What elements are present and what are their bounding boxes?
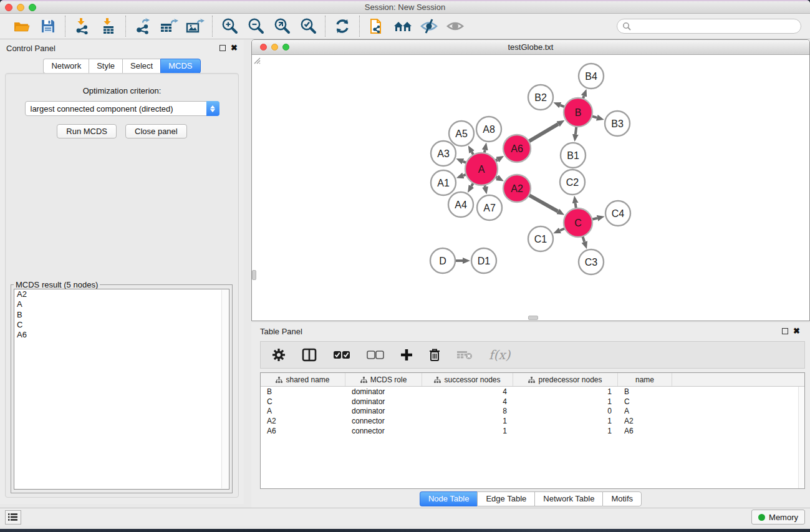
node-C1[interactable]: C1 (528, 226, 553, 251)
cell[interactable]: 8 (422, 407, 513, 415)
optimization-criterion-dropdown[interactable]: largest connected component (directed) (25, 101, 219, 116)
node-A2[interactable]: A2 (503, 175, 531, 202)
search-input[interactable] (631, 22, 796, 31)
export-network-button[interactable] (132, 16, 154, 36)
node-C2[interactable]: C2 (560, 170, 585, 195)
close-panel-button[interactable]: Close panel (125, 124, 187, 138)
zoom-fit-button[interactable] (271, 16, 293, 36)
delete-column-button[interactable] (429, 345, 440, 365)
table-row[interactable]: Cdominator41C (261, 397, 804, 407)
show-graphics-details-button[interactable] (444, 16, 466, 36)
node-A5[interactable]: A5 (449, 121, 474, 146)
node-B[interactable]: B (564, 98, 592, 127)
export-image-button[interactable] (184, 16, 206, 36)
close-table-panel-icon[interactable]: ✖ (793, 328, 800, 334)
cell[interactable]: A6 (261, 427, 345, 435)
close-panel-icon[interactable]: ✖ (231, 45, 238, 51)
result-item[interactable]: A (14, 299, 229, 309)
zoom-window-button[interactable] (29, 4, 36, 11)
cell[interactable]: B (618, 387, 672, 396)
cell[interactable]: A (261, 407, 345, 415)
result-item[interactable]: B (14, 310, 229, 320)
column-header-MCDS-role[interactable]: MCDS role (345, 373, 422, 386)
zoom-selected-button[interactable] (297, 16, 319, 36)
cell[interactable]: C (261, 397, 345, 406)
zoom-out-button[interactable] (244, 16, 267, 36)
node-A3[interactable]: A3 (431, 141, 456, 166)
delete-table-button[interactable] (456, 345, 473, 365)
table-row[interactable]: A6connector11A6 (261, 426, 804, 436)
cell[interactable]: dominator (345, 387, 422, 396)
float-panel-icon[interactable] (219, 45, 226, 51)
function-builder-button[interactable]: f(x) (489, 345, 510, 365)
run-mcds-button[interactable]: Run MCDS (57, 124, 117, 138)
create-column-button[interactable] (400, 345, 413, 365)
zoom-in-button[interactable] (218, 16, 241, 36)
tab-network[interactable]: Network (43, 59, 89, 74)
hide-graphics-details-button[interactable] (418, 16, 440, 36)
cell[interactable]: 4 (422, 387, 513, 396)
network-canvas[interactable]: AA1A2A3A4A5A6A7A8BB1B2B3B4CC1C2C3C4DD1 (252, 56, 809, 321)
node-A[interactable]: A (465, 153, 498, 185)
node-C4[interactable]: C4 (605, 201, 630, 226)
table-settings-button[interactable] (272, 345, 286, 365)
tab-mcds[interactable]: MCDS (160, 59, 200, 74)
node-A8[interactable]: A8 (476, 117, 501, 142)
open-file-button[interactable] (11, 16, 33, 36)
apply-layout-button[interactable] (331, 16, 354, 36)
cell[interactable]: 0 (513, 407, 618, 415)
result-item[interactable]: A6 (14, 330, 229, 340)
cell[interactable]: dominator (345, 397, 422, 406)
tab-node-table[interactable]: Node Table (420, 491, 478, 506)
close-window-button[interactable] (5, 4, 12, 11)
node-B3[interactable]: B3 (605, 111, 630, 136)
node-A7[interactable]: A7 (477, 195, 502, 220)
resize-grip-icon[interactable] (252, 56, 261, 64)
network-graph[interactable]: AA1A2A3A4A5A6A7A8BB1B2B3B4CC1C2C3C4DD1 (252, 56, 809, 321)
tab-motifs[interactable]: Motifs (602, 491, 642, 506)
minimize-window-button[interactable] (17, 4, 24, 11)
node-C[interactable]: C (564, 208, 592, 237)
result-list-scrollbar[interactable] (221, 290, 228, 488)
cell[interactable]: 1 (513, 387, 618, 396)
task-history-button[interactable] (5, 510, 21, 525)
node-B2[interactable]: B2 (528, 85, 553, 110)
table-row[interactable]: A2connector11A2 (261, 416, 804, 426)
tab-select[interactable]: Select (122, 59, 160, 74)
table-scrollbar[interactable] (798, 387, 804, 488)
cell[interactable]: B (261, 387, 345, 396)
node-C3[interactable]: C3 (579, 249, 604, 274)
save-session-button[interactable] (37, 16, 59, 36)
cell[interactable]: connector (345, 427, 422, 435)
cell[interactable]: connector (345, 417, 422, 425)
node-B4[interactable]: B4 (579, 64, 604, 89)
network-window-titlebar[interactable]: testGlobe.txt (252, 40, 809, 55)
new-network-from-file-button[interactable] (365, 16, 388, 36)
cell[interactable]: 1 (513, 397, 618, 406)
cell[interactable]: A (618, 407, 672, 415)
first-neighbors-button[interactable] (392, 16, 414, 36)
canvas-vertical-scrollbar[interactable] (252, 270, 256, 280)
node-table[interactable]: shared nameMCDS rolesuccessor nodesprede… (260, 372, 805, 489)
cell[interactable]: A2 (261, 417, 345, 425)
memory-button[interactable]: Memory (751, 510, 805, 525)
node-A4[interactable]: A4 (448, 192, 473, 217)
node-A6[interactable]: A6 (503, 135, 531, 162)
cell[interactable]: 1 (422, 417, 513, 425)
node-B1[interactable]: B1 (561, 143, 586, 168)
cell[interactable]: 1 (422, 427, 513, 435)
float-table-panel-icon[interactable] (782, 328, 788, 334)
tab-network-table[interactable]: Network Table (534, 491, 602, 506)
select-all-rows-button[interactable] (333, 345, 350, 365)
tab-style[interactable]: Style (89, 59, 122, 74)
column-header-shared-name[interactable]: shared name (261, 373, 345, 386)
import-table-button[interactable] (97, 16, 120, 36)
node-D[interactable]: D (430, 248, 455, 273)
network-minimize-button[interactable] (271, 44, 278, 51)
show-column-button[interactable] (302, 345, 317, 365)
cell[interactable]: 4 (422, 397, 513, 406)
cell[interactable]: A6 (618, 427, 672, 435)
cell[interactable]: C (618, 397, 672, 406)
mcds-result-list[interactable]: A2ABCA6 (14, 289, 229, 490)
column-header-successor-nodes[interactable]: successor nodes (422, 373, 513, 386)
